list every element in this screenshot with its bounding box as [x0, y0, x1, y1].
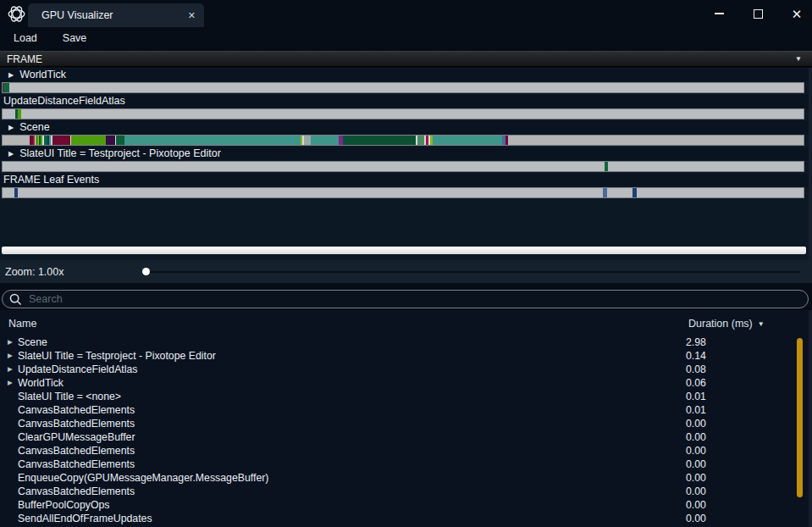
event-duration: 0.00: [686, 444, 706, 458]
menu-item-save[interactable]: Save: [51, 29, 99, 47]
event-duration: 0.00: [686, 485, 706, 498]
timeline-bar[interactable]: [2, 187, 804, 198]
timeline-segment[interactable]: [508, 136, 804, 145]
timeline-segment[interactable]: [71, 136, 106, 145]
event-name: CanvasBatchedElements: [18, 403, 135, 417]
table-row[interactable]: ▶Scene2.98: [0, 336, 809, 349]
vertical-scrollbar[interactable]: [797, 338, 803, 497]
event-name: ClearGPUMessageBuffer: [18, 430, 135, 444]
table-row[interactable]: CanvasBatchedElements0.00: [0, 485, 809, 498]
expander-icon[interactable]: ▶: [8, 147, 14, 160]
event-duration: 0.01: [686, 403, 706, 417]
menu-bar: LoadSave: [0, 27, 812, 49]
event-name: CanvasBatchedElements: [18, 485, 135, 498]
event-duration: 0.01: [686, 390, 706, 403]
pixotope-logo-icon: [6, 3, 27, 25]
timeline-row-title: Scene: [19, 121, 49, 134]
expander-icon[interactable]: ▶: [8, 349, 13, 363]
close-button[interactable]: ✕: [788, 5, 805, 22]
timeline-segment[interactable]: [14, 188, 18, 197]
timeline-bar[interactable]: [2, 82, 804, 93]
search-box[interactable]: [2, 290, 809, 308]
minimize-button[interactable]: [710, 5, 727, 22]
timeline-segment[interactable]: [433, 136, 502, 145]
maximize-icon: [754, 9, 763, 19]
expander-icon[interactable]: ▶: [8, 363, 13, 376]
timeline-row-label[interactable]: ▶WorldTick: [0, 69, 809, 81]
timeline-segment[interactable]: [3, 136, 30, 145]
title-bar: GPU Visualizer ✕ ✕: [0, 0, 812, 27]
timeline-segment[interactable]: [116, 136, 124, 145]
minimize-icon: [715, 13, 724, 14]
frame-dropdown-value: FRAME: [7, 53, 42, 65]
event-duration: 0.14: [686, 349, 706, 363]
timeline-bar[interactable]: [2, 161, 804, 172]
table-row[interactable]: ▶UpdateDistanceFieldAtlas0.08: [0, 363, 809, 376]
timeline-bar[interactable]: [2, 108, 804, 119]
table-row[interactable]: BufferPoolCopyOps0.00: [0, 498, 809, 512]
window-controls: ✕: [710, 0, 805, 27]
timeline-segment[interactable]: [632, 188, 637, 197]
table-row[interactable]: ▶WorldTick0.06: [0, 376, 809, 390]
tab-title: GPU Visualizer: [41, 9, 113, 21]
horizontal-scrollbar[interactable]: [2, 247, 806, 254]
table-row[interactable]: CanvasBatchedElements0.00: [0, 417, 809, 430]
event-duration: 0.08: [686, 363, 706, 376]
table-row[interactable]: ClearGPUMessageBuffer0.00: [0, 430, 809, 444]
timeline-row-label[interactable]: ▶Scene: [0, 121, 809, 134]
column-header-duration[interactable]: Duration (ms) ▼: [688, 318, 765, 330]
column-header-name[interactable]: Name: [8, 318, 36, 330]
event-name: BufferPoolCopyOps: [18, 498, 109, 512]
table-row[interactable]: SendAllEndOfFrameUpdates0.00: [0, 512, 809, 525]
timeline-row-title: WorldTick: [19, 69, 66, 81]
chevron-down-icon: ▼: [795, 55, 802, 63]
timeline-row-label: FRAME Leaf Events: [0, 174, 809, 186]
table-row[interactable]: CanvasBatchedElements0.00: [0, 458, 809, 471]
timeline-bar[interactable]: [2, 135, 804, 146]
event-name: CanvasBatchedElements: [18, 417, 135, 430]
expander-icon[interactable]: ▶: [8, 69, 14, 81]
timeline-row-title: FRAME Leaf Events: [3, 174, 99, 186]
timeline-segment[interactable]: [605, 162, 608, 171]
event-duration: 0.00: [686, 430, 706, 444]
timeline-segment[interactable]: [311, 136, 339, 145]
event-duration: 0.00: [686, 512, 706, 525]
expander-icon[interactable]: ▶: [8, 336, 13, 349]
timeline-segment[interactable]: [4, 83, 9, 92]
event-name: WorldTick: [18, 376, 64, 390]
timeline-segment[interactable]: [124, 136, 301, 145]
table-header: Name Duration (ms) ▼: [0, 310, 809, 336]
timeline-row-label: UpdateDistanceFieldAtlas: [0, 95, 809, 108]
event-name: SendAllEndOfFrameUpdates: [18, 512, 152, 525]
search-input[interactable]: [29, 293, 801, 305]
search-icon: [9, 293, 22, 306]
event-duration: 2.98: [686, 336, 706, 349]
timeline-panel: ▶WorldTickUpdateDistanceFieldAtlas▶Scene…: [0, 68, 812, 260]
timeline-segment[interactable]: [603, 188, 607, 197]
timeline-segment[interactable]: [304, 136, 311, 145]
frame-dropdown[interactable]: FRAME ▼: [0, 51, 812, 67]
timeline-segment[interactable]: [417, 136, 424, 145]
table-row[interactable]: CanvasBatchedElements0.00: [0, 444, 809, 458]
zoom-slider-thumb[interactable]: [142, 268, 150, 275]
maximize-button[interactable]: [749, 5, 766, 22]
expander-icon[interactable]: ▶: [8, 121, 14, 134]
expander-icon[interactable]: ▶: [8, 376, 13, 390]
timeline-segment[interactable]: [52, 136, 70, 145]
tab-gpu-visualizer[interactable]: GPU Visualizer ✕: [28, 3, 204, 27]
table-row[interactable]: CanvasBatchedElements0.01: [0, 403, 809, 417]
table-row[interactable]: ▶SlateUI Title = Testproject - Pixotope …: [0, 349, 809, 363]
timeline-segment[interactable]: [106, 136, 115, 145]
zoom-slider-track[interactable]: [142, 271, 800, 273]
timeline-segment[interactable]: [18, 109, 21, 119]
table-row[interactable]: SlateUI Title = <none>0.01: [0, 390, 809, 403]
timeline-row-title: SlateUI Title = Testproject - Pixotope E…: [19, 147, 221, 160]
menu-item-load[interactable]: Load: [2, 29, 49, 47]
table-row[interactable]: EnqueueCopy(GPUMessageManager.MessageBuf…: [0, 471, 809, 485]
timeline-row-label[interactable]: ▶SlateUI Title = Testproject - Pixotope …: [0, 147, 809, 160]
zoom-control-row: Zoom: 1.00x: [0, 260, 812, 283]
zoom-level-label: Zoom: 1.00x: [5, 266, 64, 278]
timeline-segment[interactable]: [343, 136, 416, 145]
event-name: Scene: [18, 336, 47, 349]
tab-close-icon[interactable]: ✕: [188, 10, 196, 21]
